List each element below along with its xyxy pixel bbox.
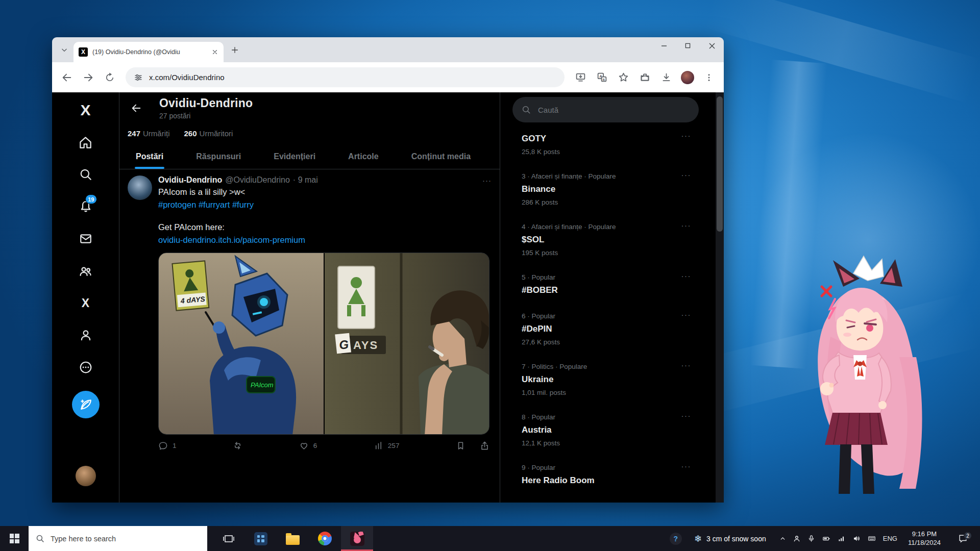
trend-item[interactable]: 7 · Politics · Populare Ukraine 1,01 mil…: [512, 355, 716, 405]
start-button[interactable]: [0, 526, 29, 551]
url-text[interactable]: x.com/OvidiuDendrino: [149, 73, 225, 82]
window-close-button[interactable]: [700, 37, 724, 54]
svg-text:G: G: [338, 337, 349, 352]
site-info-icon[interactable]: [134, 73, 143, 82]
taskbar-search[interactable]: Type here to search: [29, 526, 207, 551]
battery-icon[interactable]: [822, 535, 831, 542]
vtube-studio-icon[interactable]: [341, 526, 373, 551]
trend-more-icon[interactable]: ···: [681, 131, 692, 140]
trend-item[interactable]: 8 · Popular Austria 12,1 K posts ···: [512, 405, 716, 456]
task-view-button[interactable]: [212, 526, 244, 551]
followers-stat[interactable]: 260Urmăritori: [184, 129, 233, 138]
trend-more-icon[interactable]: ···: [681, 411, 692, 420]
tweet-author-name[interactable]: Ovidiu-Dendrino: [158, 176, 222, 185]
home-icon[interactable]: [73, 130, 99, 155]
trend-item[interactable]: 9 · Popular Here Radio Boom ···: [512, 456, 716, 494]
new-tab-button[interactable]: [228, 43, 242, 57]
trend-more-icon[interactable]: ···: [681, 462, 692, 470]
like-count: 6: [313, 442, 317, 449]
trend-item[interactable]: 5 · Popular #BOBER ···: [512, 265, 716, 304]
explore-search-icon[interactable]: [73, 162, 99, 187]
trend-more-icon[interactable]: ···: [681, 221, 692, 230]
x-page: X 19 X: [52, 92, 724, 503]
tweet[interactable]: Ovidiu-Dendrino @OvidiuDendrino · 9 mai …: [119, 169, 500, 457]
forward-button[interactable]: [79, 68, 98, 87]
tweet-author-avatar[interactable]: [128, 176, 152, 200]
more-icon[interactable]: [73, 355, 99, 380]
tweet-image-artwork[interactable]: 4 dAYS: [159, 253, 324, 435]
notifications-icon[interactable]: 19: [73, 194, 99, 219]
views-button[interactable]: 257: [374, 441, 400, 450]
tweet-author-handle[interactable]: @OvidiuDendrino: [225, 176, 290, 185]
network-icon[interactable]: [838, 535, 846, 542]
back-button[interactable]: [57, 68, 77, 87]
extensions-icon[interactable]: [635, 68, 654, 87]
tweet-timestamp[interactable]: · 9 mai: [293, 176, 318, 185]
action-center-button[interactable]: 2: [951, 534, 974, 543]
tab-likes[interactable]: Aprecieri: [487, 144, 500, 169]
tab-highlights[interactable]: Evidențieri: [257, 144, 332, 169]
reload-button[interactable]: [100, 68, 119, 87]
help-icon[interactable]: ?: [665, 526, 687, 551]
people-icon[interactable]: [793, 535, 801, 543]
premium-icon[interactable]: X: [73, 290, 99, 316]
tray-expand-chevron[interactable]: [779, 535, 786, 542]
trend-item[interactable]: 3 · Afaceri și finanțe · Populare Binanc…: [512, 164, 716, 215]
clock-time: 9:16 PM: [908, 530, 941, 539]
communities-icon[interactable]: [73, 258, 99, 284]
file-explorer-icon[interactable]: [277, 526, 309, 551]
trend-more-icon[interactable]: ···: [681, 170, 692, 179]
reply-button[interactable]: 1: [158, 441, 177, 450]
browser-tab[interactable]: X (19) Ovidiu-Dendrino (@Ovidiu: [74, 42, 224, 62]
following-stat[interactable]: 247Urmăriți: [128, 129, 170, 138]
x-search-box[interactable]: Caută: [512, 97, 699, 122]
trend-more-icon[interactable]: ···: [681, 310, 692, 319]
tab-close-icon[interactable]: [211, 48, 218, 56]
trend-item[interactable]: GOTY 25,8 K posts ···: [512, 125, 716, 164]
tab-search-button[interactable]: [57, 43, 71, 57]
volume-icon[interactable]: [852, 535, 861, 542]
scrollbar-thumb[interactable]: [717, 96, 723, 232]
tab-posts[interactable]: Postări: [119, 144, 180, 169]
translate-icon[interactable]: Aa: [592, 68, 611, 87]
language-indicator[interactable]: ENG: [883, 535, 897, 542]
trend-more-icon[interactable]: ···: [681, 361, 692, 369]
bookmark-star-icon[interactable]: [614, 68, 633, 87]
tab-articles[interactable]: Articole: [332, 144, 395, 169]
trend-more-icon[interactable]: ···: [681, 271, 692, 280]
share-button[interactable]: [480, 441, 489, 450]
taskbar-clock[interactable]: 9:16 PM 11/18/2024: [904, 530, 945, 547]
account-avatar[interactable]: [76, 466, 96, 486]
like-button[interactable]: 6: [299, 441, 317, 450]
tweet-more-icon[interactable]: ···: [482, 176, 492, 185]
tab-media[interactable]: Conținut media: [395, 144, 487, 169]
microphone-icon[interactable]: [807, 535, 815, 542]
tweet-image-photo[interactable]: G AYS: [325, 253, 489, 435]
profile-stats: 247Urmăriți 260Urmăritori: [119, 120, 500, 140]
window-maximize-button[interactable]: [676, 37, 700, 54]
chrome-icon[interactable]: [309, 526, 341, 551]
downloads-icon[interactable]: [656, 68, 676, 87]
window-minimize-button[interactable]: [652, 37, 676, 54]
bookmark-button[interactable]: [456, 441, 465, 450]
trend-item[interactable]: 6 · Popular #DePIN 27,6 K posts ···: [512, 304, 716, 355]
touch-keyboard-icon[interactable]: [867, 535, 876, 542]
store-icon[interactable]: [244, 526, 277, 551]
messages-icon[interactable]: [73, 226, 99, 252]
browser-menu-icon[interactable]: [699, 68, 719, 87]
tweet-link[interactable]: ovidiu-dendrino.itch.io/paicom-premium: [158, 234, 492, 245]
install-app-icon[interactable]: [571, 68, 590, 87]
page-scrollbar[interactable]: [716, 92, 724, 503]
x-logo[interactable]: X: [73, 97, 99, 123]
compose-post-button[interactable]: [72, 391, 100, 418]
tab-replies[interactable]: Răspunsuri: [180, 144, 257, 169]
tweet-media[interactable]: 4 dAYS: [158, 253, 489, 435]
profile-icon[interactable]: [73, 322, 99, 348]
back-arrow-icon[interactable]: [128, 99, 145, 117]
browser-profile-avatar[interactable]: [678, 68, 697, 87]
repost-button[interactable]: [233, 441, 242, 450]
tweet-hashtags[interactable]: #protogen #furryart #furry: [158, 199, 492, 210]
taskbar-weather[interactable]: ❄ 3 cm of snow soon: [687, 526, 773, 551]
address-bar[interactable]: x.com/OvidiuDendrino: [126, 67, 565, 87]
trend-item[interactable]: 4 · Afaceri și finanțe · Populare $SOL 1…: [512, 215, 716, 265]
